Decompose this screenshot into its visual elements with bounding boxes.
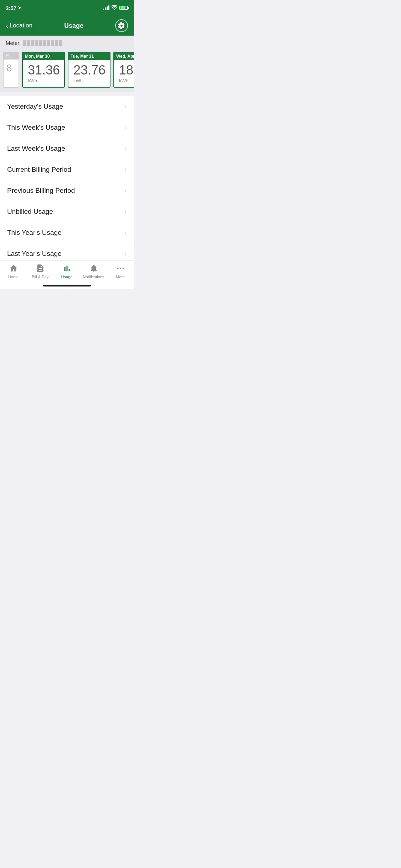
nav-bar: ‹ Location Usage [0, 16, 134, 36]
menu-item-label-7: Last Year's Usage [7, 250, 62, 258]
usage-card-1[interactable]: Tue, Mar 31 23.76 kWh [68, 52, 110, 88]
chevron-right-icon-3: › [124, 166, 127, 173]
meter-number: ██████████ [23, 40, 63, 46]
menu-list: Yesterday's Usage › This Week's Usage › … [0, 96, 134, 285]
usage-card-value-0: 31.36 [28, 63, 59, 77]
chevron-right-icon-2: › [124, 145, 127, 152]
svg-point-1 [119, 268, 121, 269]
chevron-right-icon-1: › [124, 124, 127, 131]
partial-card-date: 29 [4, 52, 19, 60]
home-tab-label: Home [8, 275, 19, 279]
tab-item-notifications[interactable]: Notifications [80, 263, 107, 279]
menu-item-label-1: This Week's Usage [7, 124, 65, 131]
usage-card-unit-1: kWh [73, 78, 105, 83]
menu-item-6[interactable]: This Year's Usage › [0, 222, 134, 243]
page-title: Usage [64, 22, 83, 30]
usage-card-0[interactable]: Mon, Mar 30 31.36 kWh [22, 52, 65, 88]
menu-item-2[interactable]: Last Week's Usage › [0, 138, 134, 159]
status-time: 2:57 ➤ [6, 5, 21, 11]
chevron-right-icon-6: › [124, 229, 127, 236]
chevron-right-icon-5: › [124, 208, 127, 215]
bill-pay-tab-icon [35, 263, 45, 273]
menu-item-label-0: Yesterday's Usage [7, 103, 63, 110]
meter-section: Meter: ██████████ [0, 36, 134, 49]
tab-item-usage[interactable]: Usage [53, 263, 80, 279]
usage-card-value-2: 18.91 [119, 63, 134, 77]
settings-button[interactable] [115, 19, 128, 32]
menu-item-label-5: Unbilled Usage [7, 208, 53, 216]
chevron-right-icon-4: › [124, 187, 127, 194]
back-button[interactable]: ‹ Location [6, 22, 32, 30]
gear-icon [118, 22, 125, 29]
usage-card-unit-0: kWh [28, 78, 59, 83]
menu-item-label-6: This Year's Usage [7, 229, 62, 237]
menu-item-label-2: Last Week's Usage [7, 145, 65, 153]
notifications-tab-icon [89, 263, 99, 273]
wifi-icon [112, 5, 117, 11]
usage-card-unit-2: kWh [119, 78, 134, 83]
more-tab-label: More [116, 275, 125, 279]
menu-item-label-3: Current Billing Period [7, 166, 71, 174]
back-label: Location [10, 22, 32, 29]
meter-label: Meter: ██████████ [6, 40, 128, 46]
chevron-right-icon-0: › [124, 103, 127, 110]
menu-item-3[interactable]: Current Billing Period › [0, 159, 134, 180]
partial-usage-card[interactable]: 29 8 [3, 52, 19, 88]
battery-icon [119, 6, 128, 10]
usage-card-date-0: Mon, Mar 30 [23, 52, 64, 60]
status-icons [103, 5, 128, 11]
menu-item-4[interactable]: Previous Billing Period › [0, 180, 134, 201]
home-indicator [43, 285, 91, 286]
usage-card-date-2: Wed, Apr 1 [114, 52, 134, 60]
menu-item-label-4: Previous Billing Period [7, 187, 75, 195]
chevron-left-icon: ‹ [6, 22, 8, 30]
bill-pay-tab-label: Bill & Pay [32, 275, 48, 279]
signal-icon [103, 6, 109, 10]
usage-scroll-container: 29 8 Mon, Mar 30 31.36 kWh Tue, Mar 31 2… [0, 49, 134, 92]
usage-card-date-1: Tue, Mar 31 [68, 52, 110, 60]
usage-card-2[interactable]: Wed, Apr 1 18.91 kWh [113, 52, 134, 88]
usage-tab-label: Usage [61, 275, 73, 279]
partial-card-value: 8 [6, 62, 16, 74]
menu-item-0[interactable]: Yesterday's Usage › [0, 96, 134, 117]
notifications-tab-label: Notifications [83, 275, 104, 279]
menu-item-1[interactable]: This Week's Usage › [0, 117, 134, 138]
tab-item-more[interactable]: More [107, 263, 134, 279]
usage-cards: 29 8 Mon, Mar 30 31.36 kWh Tue, Mar 31 2… [0, 52, 134, 88]
usage-tab-icon [62, 263, 72, 273]
status-bar: 2:57 ➤ [0, 0, 134, 16]
more-tab-icon [115, 263, 125, 273]
chevron-right-icon-7: › [124, 250, 127, 257]
svg-point-0 [117, 268, 118, 269]
menu-item-5[interactable]: Unbilled Usage › [0, 201, 134, 222]
home-tab-icon [9, 263, 19, 273]
tab-item-bill-pay[interactable]: Bill & Pay [27, 263, 53, 279]
usage-card-value-1: 23.76 [73, 63, 105, 77]
svg-point-2 [122, 268, 124, 269]
tab-item-home[interactable]: Home [0, 263, 27, 279]
